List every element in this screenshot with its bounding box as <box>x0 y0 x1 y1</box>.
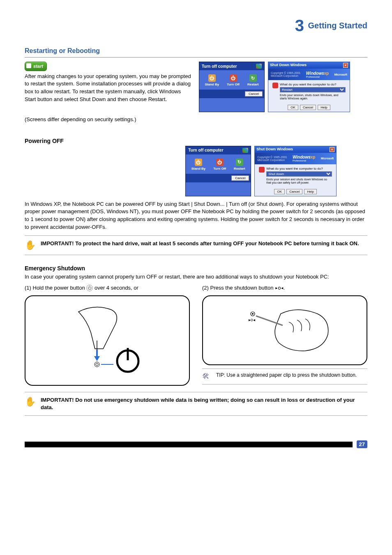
shutdown-action-select[interactable]: Restart <box>280 87 346 92</box>
restart-icon: ↻ <box>249 74 257 82</box>
shutdown-icon <box>259 167 265 173</box>
start-button-graphic: start <box>25 62 47 71</box>
cancel-button[interactable]: Cancel <box>300 105 316 110</box>
windows-flag-icon <box>242 148 248 153</box>
chapter-number: 3 <box>295 16 304 35</box>
turnoff-dialog-title: Turn off computer <box>202 64 237 69</box>
turnoff-label: Turn Off <box>227 83 240 86</box>
help-button[interactable]: Help <box>304 189 316 194</box>
cancel-button[interactable]: Cancel <box>286 189 302 194</box>
standby-label: Stand By <box>205 83 219 86</box>
emerg-option-1: (1) Hold the power button ⏻ over 4 secon… <box>25 284 190 292</box>
emerg-option-2: (2) Press the shutdown button ▸o◂. <box>202 284 367 292</box>
restart-option[interactable]: ↻Restart <box>234 159 245 170</box>
emergency-lead: In case your operating system cannot pro… <box>25 273 367 281</box>
screwdriver-icon: 🛠 <box>202 372 212 381</box>
help-button[interactable]: Help <box>318 105 330 110</box>
divider <box>25 57 367 58</box>
turnoff-dialog: Turn off computer ⏻ Stand By ⏻ Turn Off … <box>199 62 265 112</box>
hand-stop-icon: ✋ <box>25 396 36 407</box>
important-text-1: IMPORTANT! To protect the hard drive, wa… <box>41 240 367 247</box>
screens-differ-note: (Screens differ depending on security se… <box>25 116 193 124</box>
important-note-2: ✋ IMPORTANT! Do not use emergency shutdo… <box>25 392 367 416</box>
chapter-header: 3 Getting Started <box>25 16 367 35</box>
poweroff-body: In Windows XP, the Notebook PC can be po… <box>25 200 367 231</box>
svg-text:▸o◂: ▸o◂ <box>249 318 255 322</box>
subsection-poweroff: Powering OFF <box>25 138 367 144</box>
subsection-emergency: Emergency Shutdown <box>25 265 367 272</box>
shutdown-dialog-title: Shut Down Windows <box>270 63 307 68</box>
turnoff-option[interactable]: ⏻Turn Off <box>213 159 226 170</box>
close-icon[interactable]: × <box>343 63 348 68</box>
microsoft-label: Microsoft <box>334 73 347 76</box>
windows-xp-logo: Windowsxp Professional <box>306 71 329 78</box>
page-footer: 27 <box>25 440 367 448</box>
copyright-text: Copyright © 1985-2001Microsoft Corporati… <box>271 71 300 77</box>
svg-point-7 <box>252 313 254 315</box>
turnoff-dialog-title: Turn off computer <box>188 148 223 152</box>
close-icon[interactable]: × <box>330 147 334 152</box>
windows-flag-icon <box>256 64 262 69</box>
important-text-2: IMPORTANT! Do not use emergency shutdown… <box>41 396 367 411</box>
turnoff-dialog-header: Turn off computer <box>199 62 264 70</box>
turnoff-option[interactable]: ⏻ Turn Off <box>227 74 240 86</box>
page-number: 27 <box>357 440 367 448</box>
windows-xp-logo: WindowsxpProfessional <box>293 155 315 162</box>
standby-option[interactable]: ⏻Stand By <box>191 159 206 170</box>
tip-note: 🛠 TIP: Use a straightened paper clip to … <box>202 368 367 385</box>
standby-icon: ⏻ <box>208 74 216 82</box>
hand-stop-icon: ✋ <box>25 240 36 251</box>
reset-button-icon: ▸o◂ <box>275 285 283 291</box>
ok-button[interactable]: OK <box>288 105 298 110</box>
shutdown-dialog-shutdown: Shut Down Windows × Copyright © 1985-200… <box>254 146 337 196</box>
chapter-title: Getting Started <box>308 21 367 30</box>
cancel-button[interactable]: Cancel <box>245 91 263 97</box>
svg-point-0 <box>95 362 99 367</box>
shutdown-icon <box>272 83 278 88</box>
restart-label: Restart <box>247 83 259 86</box>
turnoff-icon: ⏻ <box>230 74 237 82</box>
restart-body: After making changes to your operating s… <box>25 73 193 104</box>
turnoff-dialog-2: Turn off computer ⏻Stand By ⏻Turn Off ↻R… <box>185 146 251 196</box>
shutdown-action-select[interactable]: Shut down <box>266 171 332 177</box>
shutdown-dialog-restart: Shut Down Windows × Copyright © 1985-200… <box>268 62 350 112</box>
standby-option[interactable]: ⏻ Stand By <box>205 74 219 86</box>
ok-button[interactable]: OK <box>274 189 285 194</box>
illustration-paperclip: ▸o◂ <box>202 295 367 365</box>
shutdown-hint: Ends your session, shuts down Windows, a… <box>280 94 346 101</box>
power-button-icon: ⏻ <box>86 285 93 291</box>
cancel-button[interactable]: Cancel <box>231 175 249 181</box>
important-note-1: ✋ IMPORTANT! To protect the hard drive, … <box>25 235 367 255</box>
section-title-restart: Restarting or Rebooting <box>25 47 367 55</box>
illustration-hold-power <box>25 295 190 386</box>
shutdown-question: What do you want the computer to do? <box>280 83 346 86</box>
svg-point-1 <box>96 363 98 366</box>
tip-text: TIP: Use a straightened paper clip to pr… <box>216 372 367 379</box>
svg-line-5 <box>256 316 283 325</box>
restart-option[interactable]: ↻ Restart <box>247 74 259 86</box>
